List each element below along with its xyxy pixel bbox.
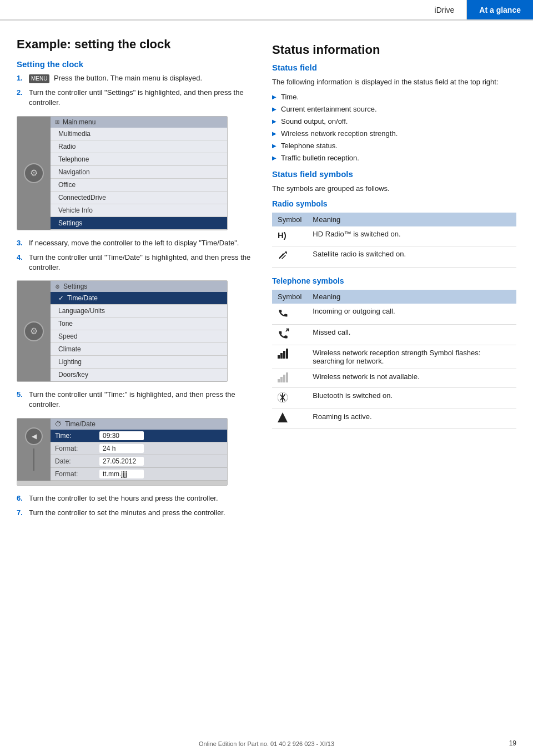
- date-label: Date:: [55, 457, 99, 465]
- steps-3-4: 3. If necessary, move the controller to …: [17, 238, 255, 273]
- format-label: Format:: [55, 445, 99, 452]
- menu-item-settings: Settings: [51, 217, 227, 230]
- roaming-icon: [278, 415, 288, 424]
- timedate-time-row: Time: 09:30: [51, 430, 227, 442]
- tel-bluetooth-meaning: Bluetooth is switched on.: [307, 388, 516, 409]
- svg-rect-10: [280, 377, 283, 382]
- top-header: iDrive At a glance: [0, 0, 533, 20]
- tel-row-signal-full: Wireless network reception strength Symb…: [272, 345, 516, 369]
- date-value: 27.05.2012: [99, 457, 144, 466]
- header-idrive-tab[interactable]: iDrive: [423, 0, 467, 19]
- page-title: Example: setting the clock: [17, 37, 255, 52]
- idrive-label: iDrive: [435, 6, 455, 14]
- svg-rect-12: [286, 372, 288, 382]
- radio-satellite-symbol: [272, 246, 307, 268]
- step-1-text: MENU Press the button. The main menu is …: [29, 73, 255, 83]
- radio-symbols-table: Symbol Meaning H) HD Radio™ is switched …: [272, 213, 516, 268]
- step-1: 1. MENU Press the button. The main menu …: [17, 73, 255, 83]
- step-4-text: Turn the controller until "Time/Date" is…: [29, 253, 255, 273]
- steps-6-7: 6. Turn the controller to set the hours …: [17, 493, 255, 518]
- tel-roaming-symbol: [272, 409, 307, 429]
- telephone-symbols-table: Symbol Meaning Incoming or outgoing ca: [272, 290, 516, 429]
- menu-item-multimedia: Multimedia: [51, 128, 227, 140]
- tel-signal-none-symbol: [272, 369, 307, 388]
- timedate-title-icon: ⏱: [55, 420, 62, 428]
- right-column: Status information Status field The foll…: [272, 37, 516, 526]
- tel-call-symbol: [272, 304, 307, 325]
- gear-icon: ⚙: [24, 163, 44, 183]
- step-1-num: 1.: [17, 73, 26, 83]
- tel-signal-none-meaning: Wireless network is not available.: [307, 369, 516, 388]
- svg-rect-7: [283, 351, 285, 359]
- settings-left-panel: ⚙: [17, 281, 51, 381]
- step-2-text: Turn the controller until "Settings" is …: [29, 88, 255, 108]
- main-menu-mockup: ⚙ ⊞ Main menu Multimedia Radio Telephone…: [17, 116, 228, 230]
- telephone-symbols-heading: Telephone symbols: [272, 276, 516, 285]
- bullet-arrow-2: ▶: [272, 105, 276, 113]
- step-3-text: If necessary, move the controller to the…: [29, 238, 255, 248]
- menu-item-telephone: Telephone: [51, 153, 227, 166]
- tel-missed-meaning: Missed call.: [307, 325, 516, 345]
- bullet-time-text: Time.: [281, 92, 299, 102]
- settings-right-panel: ⚙ Settings ✓ Time/Date Language/Units To…: [51, 281, 227, 381]
- dateformat-value: tt.mm.jjjj: [99, 470, 144, 478]
- radio-satellite-meaning: Satellite radio is switched on.: [307, 246, 516, 268]
- bullet-entertainment-text: Current entertainment source.: [281, 104, 377, 114]
- settings-title: Settings: [63, 283, 87, 290]
- bullet-wireless: ▶ Wireless network reception strength.: [272, 129, 516, 139]
- menu-item-vehicleinfo: Vehicle Info: [51, 204, 227, 217]
- step-5: 5. Turn the controller until "Time:" is …: [17, 390, 255, 410]
- step-5-list: 5. Turn the controller until "Time:" is …: [17, 390, 255, 410]
- svg-rect-6: [280, 353, 283, 359]
- timedate-title: Time/Date: [65, 420, 95, 428]
- svg-rect-9: [278, 379, 280, 382]
- telephone-table-header: Symbol Meaning: [272, 290, 516, 304]
- bullet-arrow-1: ▶: [272, 93, 276, 101]
- menu-item-radio: Radio: [51, 140, 227, 153]
- status-info-heading: Status information: [272, 43, 516, 57]
- radio-row-hd: H) HD Radio™ is switched on.: [272, 226, 516, 246]
- bullet-telephone-text: Telephone status.: [281, 141, 338, 151]
- timedate-format-row: Format: 24 h: [51, 442, 227, 455]
- step-7-num: 7.: [17, 508, 26, 518]
- tel-row-call: Incoming or outgoing call.: [272, 304, 516, 325]
- time-label: Time:: [55, 432, 99, 440]
- header-ataglance-tab[interactable]: At a glance: [467, 0, 533, 19]
- step-4-num: 4.: [17, 253, 26, 273]
- tel-row-missed: Missed call.: [272, 325, 516, 345]
- setting-clock-heading: Setting the clock: [17, 59, 255, 69]
- menu-title-icon: ⊞: [55, 119, 59, 125]
- menu-left-panel: ⚙: [17, 117, 51, 230]
- menu-button-icon: MENU: [29, 74, 49, 83]
- settings-tone: Tone: [51, 317, 227, 330]
- timedate-right-panel: ⏱ Time/Date Time: 09:30 Format: 24 h Dat…: [51, 419, 227, 481]
- status-field-symbols-heading: Status field symbols: [272, 169, 516, 179]
- radio-table-header: Symbol Meaning: [272, 213, 516, 226]
- radio-hd-meaning: HD Radio™ is switched on.: [307, 226, 516, 246]
- settings-title-bar: ⚙ Settings: [51, 281, 227, 292]
- tel-row-roaming: Roaming is active.: [272, 409, 516, 429]
- timedate-left-panel: ◀: [17, 419, 51, 481]
- tel-call-meaning: Incoming or outgoing call.: [307, 304, 516, 325]
- main-content: Example: setting the clock Setting the c…: [0, 26, 533, 548]
- svg-rect-11: [283, 375, 285, 382]
- menu-item-navigation: Navigation: [51, 166, 227, 179]
- status-symbols-desc: The symbols are grouped as follows.: [272, 183, 516, 194]
- signal-none-icon: [278, 375, 290, 384]
- bullet-wireless-text: Wireless network reception strength.: [281, 129, 398, 139]
- settings-doorskey: Doors/key: [51, 369, 227, 381]
- radio-col-symbol: Symbol: [272, 213, 307, 226]
- steps-list: 1. MENU Press the button. The main menu …: [17, 73, 255, 108]
- status-field-heading: Status field: [272, 63, 516, 72]
- tel-signal-full-symbol: [272, 345, 307, 369]
- bullet-traffic-text: Traffic bulletin reception.: [281, 153, 359, 163]
- bullet-traffic: ▶ Traffic bulletin reception.: [272, 153, 516, 163]
- bullet-telephone: ▶ Telephone status.: [272, 141, 516, 151]
- settings-languageunits: Language/Units: [51, 305, 227, 317]
- status-bullets: ▶ Time. ▶ Current entertainment source. …: [272, 92, 516, 164]
- radio-hd-symbol: H): [272, 226, 307, 246]
- step-2-num: 2.: [17, 88, 26, 108]
- hd-radio-icon: H): [278, 233, 293, 243]
- settings-climate: Climate: [51, 343, 227, 356]
- main-menu-title: Main menu: [63, 118, 95, 126]
